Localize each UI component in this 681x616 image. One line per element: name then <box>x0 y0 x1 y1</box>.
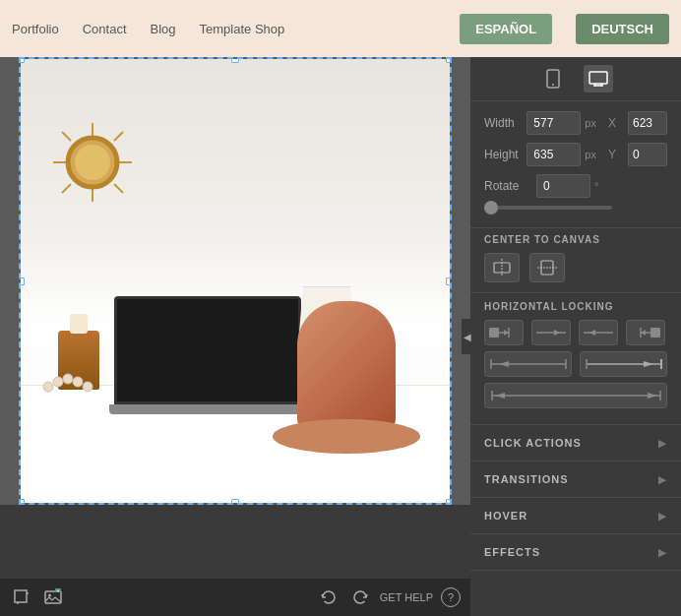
rotate-label: Rotate <box>484 179 528 193</box>
desk-scene <box>21 59 450 503</box>
center-horizontal-btn[interactable] <box>484 253 520 282</box>
image-svg: + <box>44 588 62 606</box>
svg-marker-55 <box>495 393 505 399</box>
svg-point-9 <box>75 145 110 180</box>
crop-icon[interactable] <box>10 585 33 609</box>
help-icon[interactable]: ? <box>441 587 461 607</box>
click-actions-label: CLICK ACTIONS <box>484 437 582 449</box>
svg-rect-24 <box>589 72 607 84</box>
lock-center-right-btn[interactable] <box>531 320 571 345</box>
width-label: Width <box>484 116 519 130</box>
svg-line-6 <box>114 132 123 141</box>
svg-point-14 <box>83 382 93 392</box>
handle-tr[interactable] <box>446 57 452 63</box>
nav-portfolio[interactable]: Portfolio <box>12 22 59 36</box>
lock-stretch-left-btn[interactable] <box>484 351 572 377</box>
undo-redo-group <box>317 585 372 609</box>
svg-line-5 <box>114 184 123 193</box>
hover-header[interactable]: HOVER ▶ <box>470 498 681 533</box>
nav-blog[interactable]: Blog <box>151 22 176 36</box>
beads <box>40 367 94 397</box>
lock-stretch-right-btn[interactable] <box>580 351 667 377</box>
main-area: + GET HELP ? <box>0 57 681 616</box>
height-unit: px <box>585 149 596 160</box>
height-input[interactable] <box>526 143 581 166</box>
click-actions-accordion: CLICK ACTIONS ▶ <box>470 425 681 462</box>
right-panel: Width px X Height px Y Rotate ° <box>470 57 681 616</box>
desktop-icon <box>588 71 608 87</box>
lock-center-right-icon <box>536 324 566 341</box>
handle-tm[interactable] <box>231 57 239 63</box>
hat <box>273 306 420 483</box>
height-y-row: Height px Y <box>484 143 667 166</box>
canvas-frame[interactable] <box>19 57 452 505</box>
props-section: Width px X Height px Y Rotate ° <box>470 101 681 228</box>
handle-mr[interactable] <box>446 277 452 285</box>
handle-bl[interactable] <box>19 499 25 505</box>
svg-text:+: + <box>57 588 60 593</box>
svg-marker-51 <box>644 361 653 367</box>
center-buttons <box>484 253 667 282</box>
width-input[interactable] <box>526 111 581 135</box>
svg-point-19 <box>48 594 51 597</box>
svg-marker-37 <box>554 330 560 336</box>
svg-point-10 <box>43 382 53 392</box>
lock-full-stretch-btn[interactable] <box>484 383 667 408</box>
effects-accordion: EFFECTS ▶ <box>470 534 681 571</box>
lock-stretch-left-icon <box>489 355 568 373</box>
sun-mirror <box>48 118 137 207</box>
lock-right-btn[interactable] <box>626 320 665 345</box>
desktop-device-btn[interactable] <box>584 65 613 92</box>
handle-ml[interactable] <box>19 277 25 285</box>
svg-marker-47 <box>499 361 509 367</box>
nav-template-shop[interactable]: Template Shop <box>200 22 285 36</box>
center-vertical-btn[interactable] <box>529 253 565 282</box>
svg-marker-56 <box>648 393 657 399</box>
espanol-button[interactable]: ESPAÑOL <box>460 14 552 44</box>
center-h-icon <box>492 259 512 277</box>
mobile-icon <box>545 69 561 89</box>
lock-left-btn[interactable] <box>484 320 524 345</box>
undo-svg <box>320 588 338 606</box>
handle-tl[interactable] <box>19 57 25 63</box>
svg-rect-18 <box>45 591 61 603</box>
lock-right-icon <box>631 324 660 341</box>
handle-bm[interactable] <box>231 499 239 505</box>
transitions-header[interactable]: TRANSITIONS ▶ <box>470 462 681 497</box>
deutsch-button[interactable]: DEUTSCH <box>576 14 669 44</box>
collapse-panel-arrow[interactable]: ◀ <box>462 319 473 354</box>
redo-svg <box>351 588 369 606</box>
svg-marker-39 <box>589 330 595 336</box>
nav-contact[interactable]: Contact <box>83 22 127 36</box>
svg-line-7 <box>62 184 71 193</box>
get-help-text[interactable]: GET HELP <box>380 591 433 603</box>
redo-button[interactable] <box>348 585 372 609</box>
svg-point-11 <box>53 377 63 387</box>
undo-button[interactable] <box>317 585 340 609</box>
lock-left-icon <box>489 324 519 341</box>
device-toggle <box>470 57 681 101</box>
x-input[interactable] <box>628 111 667 135</box>
svg-rect-15 <box>15 590 27 602</box>
hat-brim <box>273 419 420 454</box>
locking-row-2 <box>484 351 667 377</box>
rotate-slider-container <box>484 206 667 210</box>
canvas-area[interactable] <box>0 57 470 505</box>
y-input[interactable] <box>628 143 667 166</box>
hover-label: HOVER <box>484 510 527 522</box>
effects-header[interactable]: EFFECTS ▶ <box>470 534 681 570</box>
svg-rect-40 <box>650 328 660 338</box>
locking-section-title: HORIZONTAL LOCKING <box>484 301 667 312</box>
height-label: Height <box>484 148 519 161</box>
hover-accordion: HOVER ▶ <box>470 498 681 534</box>
lock-center-left-btn[interactable] <box>579 320 618 345</box>
image-icon[interactable]: + <box>41 585 65 609</box>
click-actions-header[interactable]: CLICK ACTIONS ▶ <box>470 425 681 461</box>
lock-center-left-icon <box>584 324 613 341</box>
bottom-toolbar: + GET HELP ? <box>0 579 470 616</box>
handle-br[interactable] <box>446 499 452 505</box>
mobile-device-btn[interactable] <box>538 65 568 92</box>
rotate-slider[interactable] <box>484 206 612 210</box>
center-section-title: CENTER TO CANVAS <box>484 234 667 245</box>
rotate-input[interactable] <box>536 174 590 198</box>
